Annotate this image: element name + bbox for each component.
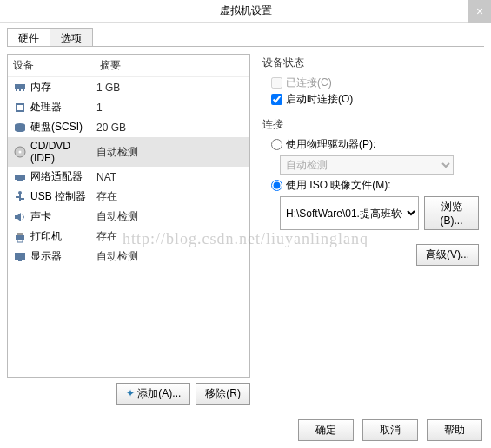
svg-rect-5 <box>17 105 23 110</box>
svg-point-8 <box>15 128 25 132</box>
svg-rect-21 <box>15 253 25 260</box>
physical-select: 自动检测 <box>280 155 454 175</box>
device-row-printer[interactable]: 打印机存在 <box>8 227 249 247</box>
svg-rect-16 <box>21 198 24 200</box>
device-row-sound[interactable]: 声卡自动检测 <box>8 207 249 227</box>
col-summary: 摘要 <box>100 58 121 73</box>
advanced-button[interactable]: 高级(V)... <box>416 244 479 266</box>
tab-hardware[interactable]: 硬件 <box>7 28 50 46</box>
svg-rect-22 <box>18 260 22 261</box>
display-icon <box>13 251 27 263</box>
svg-rect-19 <box>17 233 23 235</box>
device-row-disk[interactable]: 硬盘(SCSI)20 GB <box>8 117 249 137</box>
svg-point-10 <box>19 151 22 154</box>
cpu-icon <box>13 102 27 114</box>
svg-rect-0 <box>15 84 25 89</box>
usb-icon <box>13 191 27 203</box>
svg-rect-15 <box>16 196 19 198</box>
device-row-net[interactable]: 网络适配器NAT <box>8 167 249 187</box>
iso-row[interactable]: 使用 ISO 映像文件(M): <box>271 178 479 193</box>
net-icon <box>13 171 27 183</box>
status-title: 设备状态 <box>262 56 479 70</box>
tabs: 硬件 选项 <box>7 28 484 47</box>
svg-rect-3 <box>23 89 24 91</box>
device-row-cd[interactable]: CD/DVD (IDE)自动检测 <box>8 137 249 167</box>
svg-rect-20 <box>17 240 23 242</box>
svg-rect-18 <box>16 235 24 240</box>
connection-title: 连接 <box>262 117 479 132</box>
device-list: 设备 摘要 内存1 GB处理器1硬盘(SCSI)20 GBCD/DVD (IDE… <box>7 54 250 378</box>
help-button[interactable]: 帮助 <box>427 419 482 441</box>
device-row-memory[interactable]: 内存1 GB <box>8 77 249 97</box>
device-row-usb[interactable]: USB 控制器存在 <box>8 187 249 207</box>
cd-icon <box>13 146 27 158</box>
physical-row[interactable]: 使用物理驱动器(P): <box>271 137 479 152</box>
svg-rect-11 <box>15 175 25 180</box>
connected-checkbox <box>271 77 282 89</box>
disk-icon <box>13 122 27 134</box>
svg-rect-1 <box>16 89 17 91</box>
printer-icon <box>13 231 27 243</box>
physical-radio[interactable] <box>271 139 282 150</box>
iso-radio[interactable] <box>271 180 282 191</box>
device-row-display[interactable]: 显示器自动检测 <box>8 247 249 267</box>
memory-icon <box>13 82 27 94</box>
poweron-checkbox[interactable] <box>271 94 282 105</box>
titlebar: 虚拟机设置 × <box>0 0 491 23</box>
col-device: 设备 <box>13 58 100 73</box>
remove-button[interactable]: 移除(R) <box>196 383 250 405</box>
close-button[interactable]: × <box>468 0 491 23</box>
cancel-button[interactable]: 取消 <box>362 419 418 441</box>
iso-path-select[interactable]: H:\SoftWare\01.提高班软件 <box>280 196 419 230</box>
device-row-cpu[interactable]: 处理器1 <box>8 97 249 117</box>
sound-icon <box>13 211 27 223</box>
svg-rect-14 <box>19 193 21 201</box>
browse-button[interactable]: 浏览(B)... <box>424 196 479 230</box>
ok-button[interactable]: 确定 <box>298 419 354 441</box>
svg-rect-12 <box>17 180 23 181</box>
svg-rect-2 <box>19 89 21 91</box>
tab-options[interactable]: 选项 <box>50 28 93 46</box>
add-button[interactable]: ✦ 添加(A)... <box>116 383 190 405</box>
poweron-row[interactable]: 启动时连接(O) <box>271 92 479 107</box>
connected-row: 已连接(C) <box>271 76 479 90</box>
window-title: 虚拟机设置 <box>220 3 272 18</box>
svg-marker-17 <box>15 213 21 221</box>
